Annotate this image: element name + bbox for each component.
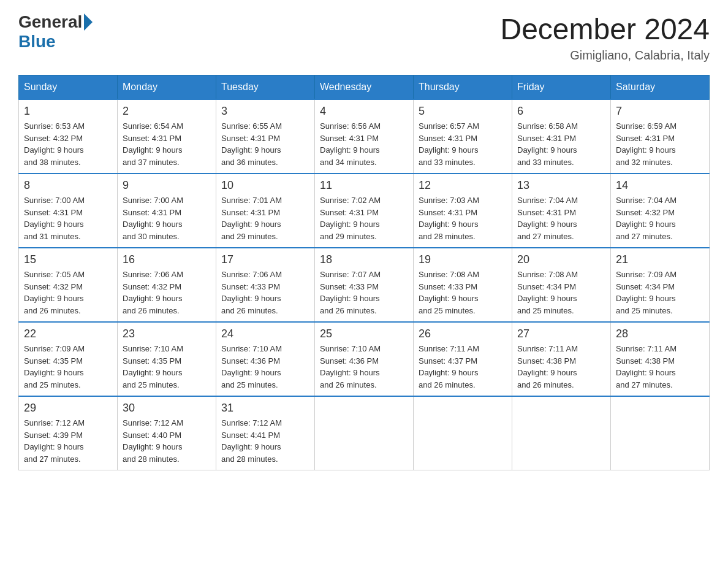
calendar-cell: 2Sunrise: 6:54 AMSunset: 4:31 PMDaylight…: [118, 99, 216, 174]
day-number: 8: [24, 179, 112, 192]
day-number: 7: [616, 105, 704, 118]
calendar-cell: 29Sunrise: 7:12 AMSunset: 4:39 PMDayligh…: [19, 396, 118, 470]
calendar-cell: 12Sunrise: 7:03 AMSunset: 4:31 PMDayligh…: [414, 174, 512, 248]
header-day-wednesday: Wednesday: [315, 75, 414, 100]
day-info: Sunrise: 7:12 AMSunset: 4:41 PMDaylight:…: [221, 417, 309, 465]
day-number: 22: [24, 327, 112, 340]
day-number: 21: [616, 253, 704, 266]
calendar-cell: 14Sunrise: 7:04 AMSunset: 4:32 PMDayligh…: [611, 174, 710, 248]
day-info: Sunrise: 7:06 AMSunset: 4:33 PMDaylight:…: [221, 269, 309, 316]
location: Gimigliano, Calabria, Italy: [500, 48, 710, 63]
calendar-cell: 15Sunrise: 7:05 AMSunset: 4:32 PMDayligh…: [19, 248, 118, 322]
day-info: Sunrise: 6:53 AMSunset: 4:32 PMDaylight:…: [24, 120, 112, 168]
day-number: 11: [320, 179, 408, 192]
page-header: General Blue December 2024 Gimigliano, C…: [18, 12, 710, 63]
day-number: 28: [616, 327, 704, 340]
day-info: Sunrise: 7:02 AMSunset: 4:31 PMDaylight:…: [320, 194, 408, 242]
day-number: 17: [221, 253, 309, 266]
day-number: 31: [221, 402, 309, 415]
day-info: Sunrise: 7:00 AMSunset: 4:31 PMDaylight:…: [24, 194, 112, 242]
day-number: 10: [221, 179, 309, 192]
calendar-cell: 20Sunrise: 7:08 AMSunset: 4:34 PMDayligh…: [512, 248, 611, 322]
day-number: 12: [419, 179, 507, 192]
day-info: Sunrise: 7:12 AMSunset: 4:39 PMDaylight:…: [24, 417, 112, 465]
calendar-cell: 30Sunrise: 7:12 AMSunset: 4:40 PMDayligh…: [118, 396, 216, 470]
logo-arrow-icon: [84, 13, 93, 31]
week-row-2: 8Sunrise: 7:00 AMSunset: 4:31 PMDaylight…: [19, 174, 710, 248]
day-info: Sunrise: 6:57 AMSunset: 4:31 PMDaylight:…: [419, 120, 507, 168]
logo-general-text: General: [18, 12, 82, 32]
day-number: 23: [123, 327, 211, 340]
day-number: 27: [517, 327, 605, 340]
calendar-cell: 27Sunrise: 7:11 AMSunset: 4:38 PMDayligh…: [512, 322, 611, 396]
calendar-cell: [512, 396, 611, 470]
header-day-tuesday: Tuesday: [216, 75, 315, 100]
calendar-cell: 4Sunrise: 6:56 AMSunset: 4:31 PMDaylight…: [315, 99, 414, 174]
day-number: 9: [123, 179, 211, 192]
day-number: 25: [320, 327, 408, 340]
day-info: Sunrise: 7:10 AMSunset: 4:36 PMDaylight:…: [320, 343, 408, 391]
calendar-cell: 19Sunrise: 7:08 AMSunset: 4:33 PMDayligh…: [414, 248, 512, 322]
day-info: Sunrise: 7:09 AMSunset: 4:35 PMDaylight:…: [24, 343, 112, 391]
day-info: Sunrise: 7:09 AMSunset: 4:34 PMDaylight:…: [616, 269, 704, 316]
day-number: 16: [123, 253, 211, 266]
logo: General Blue: [18, 12, 94, 52]
calendar-cell: 18Sunrise: 7:07 AMSunset: 4:33 PMDayligh…: [315, 248, 414, 322]
day-number: 1: [24, 105, 112, 118]
header-day-friday: Friday: [512, 75, 611, 100]
day-info: Sunrise: 7:07 AMSunset: 4:33 PMDaylight:…: [320, 269, 408, 316]
day-number: 29: [24, 402, 112, 415]
calendar-cell: 22Sunrise: 7:09 AMSunset: 4:35 PMDayligh…: [19, 322, 118, 396]
header-row: SundayMondayTuesdayWednesdayThursdayFrid…: [19, 75, 710, 100]
day-number: 13: [517, 179, 605, 192]
calendar-cell: 16Sunrise: 7:06 AMSunset: 4:32 PMDayligh…: [118, 248, 216, 322]
day-info: Sunrise: 7:12 AMSunset: 4:40 PMDaylight:…: [123, 417, 211, 465]
day-info: Sunrise: 7:01 AMSunset: 4:31 PMDaylight:…: [221, 194, 309, 242]
day-number: 30: [123, 402, 211, 415]
calendar-cell: 8Sunrise: 7:00 AMSunset: 4:31 PMDaylight…: [19, 174, 118, 248]
day-info: Sunrise: 6:58 AMSunset: 4:31 PMDaylight:…: [517, 120, 605, 168]
calendar-cell: 6Sunrise: 6:58 AMSunset: 4:31 PMDaylight…: [512, 99, 611, 174]
calendar-cell: 5Sunrise: 6:57 AMSunset: 4:31 PMDaylight…: [414, 99, 512, 174]
day-number: 18: [320, 253, 408, 266]
day-info: Sunrise: 7:11 AMSunset: 4:38 PMDaylight:…: [616, 343, 704, 391]
day-number: 6: [517, 105, 605, 118]
day-info: Sunrise: 7:03 AMSunset: 4:31 PMDaylight:…: [419, 194, 507, 242]
month-title: December 2024: [500, 12, 710, 46]
day-number: 5: [419, 105, 507, 118]
calendar-header: SundayMondayTuesdayWednesdayThursdayFrid…: [19, 75, 710, 100]
calendar-cell: 26Sunrise: 7:11 AMSunset: 4:37 PMDayligh…: [414, 322, 512, 396]
day-number: 14: [616, 179, 704, 192]
day-info: Sunrise: 6:59 AMSunset: 4:31 PMDaylight:…: [616, 120, 704, 168]
day-number: 2: [123, 105, 211, 118]
day-info: Sunrise: 7:11 AMSunset: 4:38 PMDaylight:…: [517, 343, 605, 391]
day-info: Sunrise: 6:56 AMSunset: 4:31 PMDaylight:…: [320, 120, 408, 168]
day-info: Sunrise: 7:10 AMSunset: 4:36 PMDaylight:…: [221, 343, 309, 391]
logo-blue-text: Blue: [18, 32, 56, 52]
day-info: Sunrise: 7:00 AMSunset: 4:31 PMDaylight:…: [123, 194, 211, 242]
calendar-cell: 17Sunrise: 7:06 AMSunset: 4:33 PMDayligh…: [216, 248, 315, 322]
day-number: 20: [517, 253, 605, 266]
day-number: 3: [221, 105, 309, 118]
day-info: Sunrise: 7:06 AMSunset: 4:32 PMDaylight:…: [123, 269, 211, 316]
day-info: Sunrise: 7:08 AMSunset: 4:34 PMDaylight:…: [517, 269, 605, 316]
calendar-cell: [611, 396, 710, 470]
day-info: Sunrise: 7:04 AMSunset: 4:31 PMDaylight:…: [517, 194, 605, 242]
day-info: Sunrise: 7:11 AMSunset: 4:37 PMDaylight:…: [419, 343, 507, 391]
day-number: 26: [419, 327, 507, 340]
calendar-cell: 23Sunrise: 7:10 AMSunset: 4:35 PMDayligh…: [118, 322, 216, 396]
day-info: Sunrise: 7:05 AMSunset: 4:32 PMDaylight:…: [24, 269, 112, 316]
calendar-cell: 31Sunrise: 7:12 AMSunset: 4:41 PMDayligh…: [216, 396, 315, 470]
day-info: Sunrise: 6:54 AMSunset: 4:31 PMDaylight:…: [123, 120, 211, 168]
day-info: Sunrise: 7:10 AMSunset: 4:35 PMDaylight:…: [123, 343, 211, 391]
header-day-saturday: Saturday: [611, 75, 710, 100]
day-info: Sunrise: 6:55 AMSunset: 4:31 PMDaylight:…: [221, 120, 309, 168]
calendar-cell: [315, 396, 414, 470]
calendar-table: SundayMondayTuesdayWednesdayThursdayFrid…: [18, 75, 710, 470]
calendar-cell: 3Sunrise: 6:55 AMSunset: 4:31 PMDaylight…: [216, 99, 315, 174]
calendar-cell: 13Sunrise: 7:04 AMSunset: 4:31 PMDayligh…: [512, 174, 611, 248]
calendar-cell: 10Sunrise: 7:01 AMSunset: 4:31 PMDayligh…: [216, 174, 315, 248]
header-day-monday: Monday: [118, 75, 216, 100]
header-day-sunday: Sunday: [19, 75, 118, 100]
calendar-cell: 24Sunrise: 7:10 AMSunset: 4:36 PMDayligh…: [216, 322, 315, 396]
